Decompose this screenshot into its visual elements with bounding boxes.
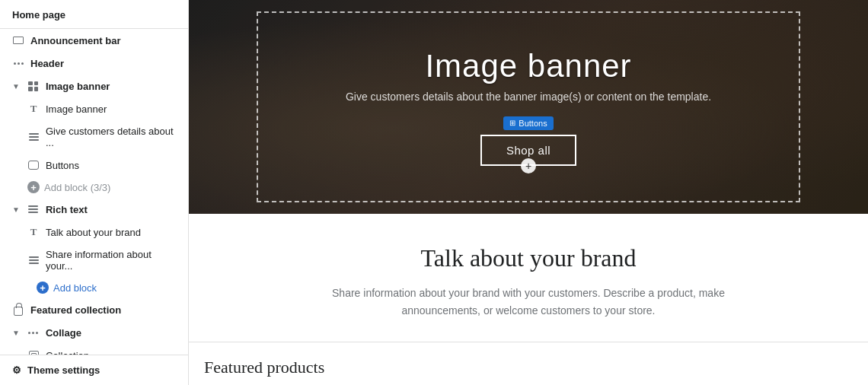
main-content: Image banner Give customers details abou… [189, 0, 868, 385]
theme-settings-button[interactable]: ⚙ Theme settings [0, 355, 188, 385]
plus2-icon: + [37, 282, 49, 294]
image-banner-section: Image banner Give customers details abou… [189, 0, 868, 214]
T2-icon: T [27, 226, 40, 238]
lines-icon [27, 131, 40, 143]
theme-settings-label: Theme settings [27, 364, 100, 376]
speech-icon [27, 159, 40, 171]
rich-text-body: Share information about your brand with … [300, 285, 757, 319]
sidebar-item-talk-about[interactable]: T Talk about your brand [0, 221, 188, 243]
grid-icon [27, 80, 40, 92]
T-icon: T [27, 103, 40, 115]
lock-icon [12, 304, 24, 316]
rich-text-heading: Talk about your brand [204, 244, 853, 272]
sidebar-item-announcement-bar[interactable]: Announcement bar [0, 29, 188, 52]
sidebar-item-label: Collection [46, 350, 89, 355]
add-button[interactable]: + [521, 158, 536, 173]
sidebar-item-header[interactable]: Header [0, 52, 188, 75]
dots-icon [12, 57, 24, 69]
sidebar-item-buttons[interactable]: Buttons [0, 154, 188, 177]
add-block-label: Add block (3/3) [44, 182, 110, 193]
featured-products-heading: Featured products [204, 358, 853, 377]
caret-down-icon: ▼ [12, 205, 20, 214]
sidebar-item-label: Buttons [46, 160, 79, 171]
sidebar-item-label: Share information about your... [46, 249, 176, 272]
add-block-banner[interactable]: + Add block (3/3) [0, 177, 188, 198]
sidebar-item-label: Give customers details about ... [46, 126, 176, 148]
sidebar-item-rich-text[interactable]: ▼ Rich text [0, 198, 188, 221]
sidebar-scroll: Announcement bar Header ▼ Image banner T… [0, 29, 188, 355]
lines3-icon [27, 254, 40, 266]
banner-title: Image banner [346, 48, 711, 84]
sidebar-item-image-banner-block[interactable]: T Image banner [0, 97, 188, 120]
gear-icon: ⚙ [12, 364, 21, 376]
caret-down-icon: ▼ [12, 82, 20, 91]
sidebar-item-label: Rich text [46, 204, 88, 215]
add-block-rich[interactable]: + Add block [0, 277, 188, 298]
sidebar-item-label: Header [30, 58, 64, 69]
featured-products-section: Featured products [189, 342, 868, 385]
sidebar-item-share-info[interactable]: Share information about your... [0, 243, 188, 277]
lines2-icon [27, 203, 40, 215]
sidebar-item-label: Image banner [46, 103, 107, 115]
sidebar-item-featured-collection[interactable]: Featured collection [0, 298, 188, 321]
sidebar: Home page Announcement bar Header ▼ Imag… [0, 0, 189, 385]
sidebar-item-label: Featured collection [30, 304, 121, 316]
banner-content: Image banner Give customers details abou… [346, 48, 711, 166]
buttons-label-text: Buttons [519, 119, 547, 128]
plus-icon: + [27, 181, 40, 193]
sidebar-item-image-banner[interactable]: ▼ Image banner [0, 75, 188, 97]
sidebar-item-label: Image banner [46, 81, 110, 92]
sidebar-item-collection[interactable]: Collection [0, 344, 188, 355]
frame-icon [27, 349, 40, 355]
sidebar-item-give-customers[interactable]: Give customers details about ... [0, 120, 188, 154]
announcement-icon [12, 34, 24, 46]
sidebar-item-label: Talk about your brand [46, 227, 141, 238]
sidebar-title: Home page [0, 0, 188, 29]
sidebar-item-label: Collage [46, 327, 81, 339]
add-block-label: Add block [53, 282, 97, 294]
caret-down2-icon: ▼ [12, 329, 20, 337]
cursor-icon: ⊞ [509, 119, 515, 127]
banner-subtitle: Give customers details about the banner … [346, 91, 711, 103]
buttons-label: ⊞ Buttons [503, 116, 553, 130]
dots2-icon [27, 326, 40, 339]
sidebar-item-label: Announcement bar [30, 35, 120, 46]
rich-text-section: Talk about your brand Share information … [189, 214, 868, 342]
sidebar-item-collage[interactable]: ▼ Collage [0, 321, 188, 344]
